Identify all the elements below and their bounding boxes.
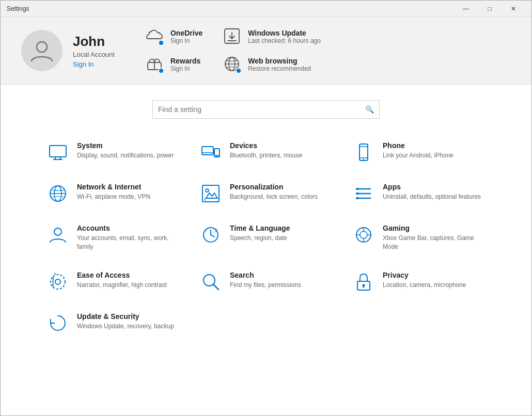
svg-rect-7 xyxy=(50,146,66,157)
svg-rect-11 xyxy=(202,147,213,155)
rewards-name: Rewards xyxy=(170,57,200,65)
onedrive-dot xyxy=(158,40,164,46)
ease-text: Ease of Access Narrator, magnifier, high… xyxy=(77,271,167,290)
apps-name: Apps xyxy=(383,183,481,191)
service-web-browsing[interactable]: Web browsing Restore recommended xyxy=(223,55,321,74)
setting-time[interactable]: A 文 Time & Language Speech, region, date xyxy=(195,217,337,259)
system-name: System xyxy=(77,141,174,150)
windows-update-icon-wrap xyxy=(223,27,242,46)
profile-info: John Local Account Sign In xyxy=(73,34,115,68)
service-col-1: Windows Update Last checked: 6 hours ago xyxy=(223,27,321,74)
search-desc: Find my files, permissions xyxy=(230,281,301,290)
personalization-desc: Background, lock screen, colors xyxy=(230,193,318,201)
svg-text:A: A xyxy=(205,229,207,232)
phone-desc: Link your Android, iPhone xyxy=(383,151,453,160)
search-input[interactable] xyxy=(158,105,365,114)
privacy-desc: Location, camera, microphone xyxy=(383,281,466,290)
windows-update-sub: Last checked: 6 hours ago xyxy=(248,37,321,44)
setting-search[interactable]: Search Find my files, permissions xyxy=(195,264,337,300)
gaming-desc: Xbox Game Bar, captures, Game Mode xyxy=(383,234,485,251)
accounts-desc: Your accounts, email, sync, work, family xyxy=(77,234,179,251)
gaming-icon xyxy=(353,224,374,246)
svg-line-34 xyxy=(211,235,214,237)
maximize-button[interactable]: □ xyxy=(478,1,502,17)
minimize-button[interactable]: — xyxy=(454,1,478,17)
search-box: 🔍 xyxy=(152,100,380,119)
apps-desc: Uninstall, defaults, optional features xyxy=(383,193,481,201)
personalization-icon xyxy=(200,183,222,204)
rewards-sub: Sign In xyxy=(170,65,200,72)
devices-icon xyxy=(200,141,222,163)
network-text: Network & Internet Wi-Fi, airplane mode,… xyxy=(77,183,150,201)
svg-point-48 xyxy=(363,284,365,286)
time-name: Time & Language xyxy=(230,224,290,232)
title-bar: Settings — □ ✕ xyxy=(1,1,531,17)
gaming-text: Gaming Xbox Game Bar, captures, Game Mod… xyxy=(383,224,485,251)
setting-gaming[interactable]: Gaming Xbox Game Bar, captures, Game Mod… xyxy=(348,217,490,259)
search-name: Search xyxy=(230,271,301,279)
setting-apps[interactable]: Apps Uninstall, defaults, optional featu… xyxy=(348,175,490,212)
service-rewards[interactable]: Rewards Sign In xyxy=(146,55,202,74)
phone-name: Phone xyxy=(383,141,453,150)
apps-text: Apps Uninstall, defaults, optional featu… xyxy=(383,183,481,201)
setting-personalization[interactable]: Personalization Background, lock screen,… xyxy=(195,175,337,212)
setting-system[interactable]: System Display, sound, notifications, po… xyxy=(42,134,184,170)
phone-icon xyxy=(353,141,374,163)
search-icon: 🔍 xyxy=(365,105,374,114)
app-title: Settings xyxy=(7,5,29,12)
setting-devices[interactable]: Devices Bluetooth, printers, mouse xyxy=(195,134,337,170)
svg-text:文: 文 xyxy=(214,228,218,233)
privacy-icon xyxy=(353,271,374,293)
system-desc: Display, sound, notifications, power xyxy=(77,151,174,160)
setting-ease[interactable]: Ease of Access Narrator, magnifier, high… xyxy=(42,264,184,300)
setting-update[interactable]: Update & Security Windows Update, recove… xyxy=(42,305,184,341)
accounts-icon xyxy=(47,224,69,246)
profile-section: John Local Account Sign In xyxy=(21,30,115,71)
web-browsing-text: Web browsing Restore recommended xyxy=(248,57,311,72)
windows-update-text: Windows Update Last checked: 6 hours ago xyxy=(248,29,321,44)
profile-header: John Local Account Sign In OneDrive Sign… xyxy=(1,17,531,85)
rewards-icon-wrap xyxy=(146,55,164,74)
web-browsing-sub: Restore recommended xyxy=(248,65,311,72)
network-icon xyxy=(47,183,69,204)
devices-name: Devices xyxy=(230,141,302,150)
search-section: 🔍 xyxy=(1,85,531,129)
service-windows-update[interactable]: Windows Update Last checked: 6 hours ago xyxy=(223,27,321,46)
web-browsing-dot xyxy=(236,68,242,74)
privacy-name: Privacy xyxy=(383,271,466,279)
network-desc: Wi-Fi, airplane mode, VPN xyxy=(77,193,150,201)
personalization-text: Personalization Background, lock screen,… xyxy=(230,183,318,201)
phone-text: Phone Link your Android, iPhone xyxy=(383,141,453,160)
svg-point-38 xyxy=(360,231,367,238)
onedrive-icon-wrap xyxy=(146,27,164,46)
services-section: OneDrive Sign In Rewards Sig xyxy=(146,27,511,74)
profile-account-type: Local Account xyxy=(73,51,115,58)
svg-point-31 xyxy=(54,228,61,235)
apps-icon xyxy=(353,183,374,204)
rewards-dot xyxy=(158,68,164,74)
avatar xyxy=(21,30,62,71)
personalization-name: Personalization xyxy=(230,183,318,191)
setting-privacy[interactable]: Privacy Location, camera, microphone xyxy=(348,264,490,300)
service-onedrive[interactable]: OneDrive Sign In xyxy=(146,27,202,46)
accounts-text: Accounts Your accounts, email, sync, wor… xyxy=(77,224,179,251)
update-name: Update & Security xyxy=(77,312,174,321)
setting-network[interactable]: Network & Internet Wi-Fi, airplane mode,… xyxy=(42,175,184,212)
close-button[interactable]: ✕ xyxy=(502,1,525,17)
update-text: Update & Security Windows Update, recove… xyxy=(77,312,174,331)
profile-signin-link[interactable]: Sign In xyxy=(73,60,115,68)
system-icon xyxy=(47,141,69,163)
system-text: System Display, sound, notifications, po… xyxy=(77,141,174,160)
service-col-0: OneDrive Sign In Rewards Sig xyxy=(146,27,202,74)
privacy-text: Privacy Location, camera, microphone xyxy=(383,271,466,290)
search-text: Search Find my files, permissions xyxy=(230,271,301,290)
update-icon xyxy=(47,312,69,334)
ease-desc: Narrator, magnifier, high contrast xyxy=(77,281,167,290)
rewards-text: Rewards Sign In xyxy=(170,57,200,72)
svg-point-24 xyxy=(206,189,209,192)
onedrive-text: OneDrive Sign In xyxy=(170,29,202,44)
devices-text: Devices Bluetooth, printers, mouse xyxy=(230,141,302,160)
setting-accounts[interactable]: Accounts Your accounts, email, sync, wor… xyxy=(42,217,184,259)
setting-phone[interactable]: Phone Link your Android, iPhone xyxy=(348,134,490,170)
time-desc: Speech, region, date xyxy=(230,234,290,243)
